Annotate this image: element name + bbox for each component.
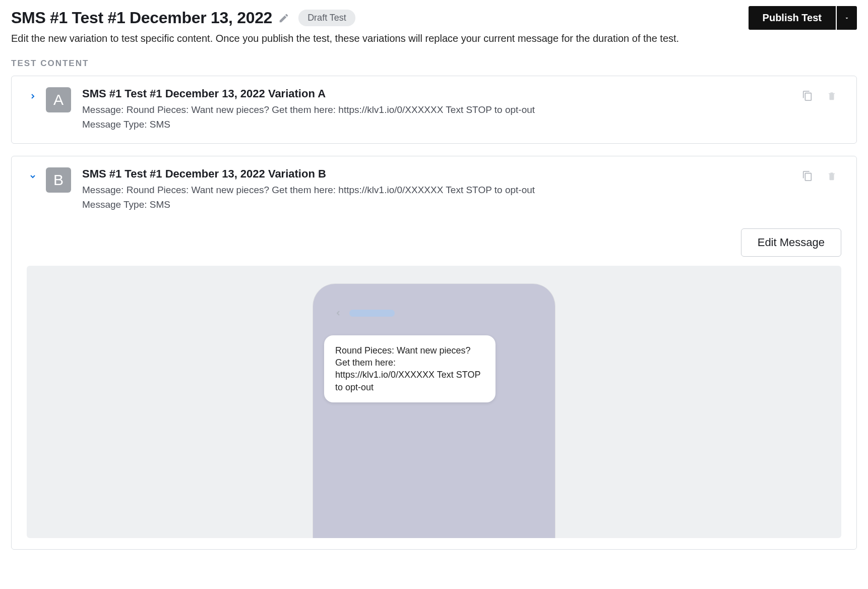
variation-type-line: Message Type: SMS [82, 197, 802, 212]
variation-title: SMS #1 Test #1 December 13, 2022 Variati… [82, 87, 802, 100]
trash-icon[interactable] [827, 90, 836, 101]
phone-topbar [324, 309, 544, 317]
publish-button-group: Publish Test [749, 6, 857, 30]
contact-pill [349, 310, 395, 317]
variation-title: SMS #1 Test #1 December 13, 2022 Variati… [82, 167, 802, 181]
variation-message-line: Message: Round Pieces: Want new pieces? … [82, 183, 802, 197]
page-title: SMS #1 Test #1 December 13, 2022 [11, 9, 272, 27]
copy-icon[interactable] [802, 170, 813, 182]
message-label: Message: [82, 104, 127, 115]
chevron-right-icon[interactable] [27, 92, 39, 100]
type-value: SMS [150, 119, 170, 130]
section-label: TEST CONTENT [11, 58, 857, 69]
variation-card-a: A SMS #1 Test #1 December 13, 2022 Varia… [11, 76, 857, 144]
pencil-icon[interactable] [278, 13, 289, 24]
publish-button[interactable]: Publish Test [749, 6, 836, 30]
copy-icon[interactable] [802, 90, 813, 101]
edit-message-button[interactable]: Edit Message [741, 228, 841, 257]
phone-mockup: Round Pieces: Want new pieces? Get them … [313, 284, 555, 538]
caret-down-icon [844, 15, 850, 21]
publish-dropdown-button[interactable] [837, 6, 857, 30]
variation-info: SMS #1 Test #1 December 13, 2022 Variati… [82, 87, 802, 132]
sms-bubble: Round Pieces: Want new pieces? Get them … [324, 335, 495, 402]
type-label: Message Type: [82, 199, 150, 210]
variation-header: A SMS #1 Test #1 December 13, 2022 Varia… [27, 87, 841, 132]
variation-actions [802, 170, 836, 182]
variation-actions [802, 90, 836, 101]
chevron-down-icon[interactable] [27, 172, 39, 181]
edit-button-row: Edit Message [27, 228, 841, 257]
variation-message-line: Message: Round Pieces: Want new pieces? … [82, 102, 802, 117]
page-header: SMS #1 Test #1 December 13, 2022 Draft T… [11, 6, 857, 30]
message-text: Round Pieces: Want new pieces? Get them … [127, 104, 535, 115]
type-value: SMS [150, 199, 170, 210]
back-caret-icon [334, 309, 342, 317]
variation-letter-badge: B [46, 167, 71, 193]
variation-letter-badge: A [46, 87, 71, 112]
variation-card-b: B SMS #1 Test #1 December 13, 2022 Varia… [11, 156, 857, 550]
trash-icon[interactable] [827, 170, 836, 182]
variation-info: SMS #1 Test #1 December 13, 2022 Variati… [82, 167, 802, 212]
type-label: Message Type: [82, 119, 150, 130]
message-text: Round Pieces: Want new pieces? Get them … [127, 185, 535, 195]
sms-preview-area: Round Pieces: Want new pieces? Get them … [27, 266, 841, 538]
status-badge: Draft Test [298, 10, 355, 26]
page-description: Edit the new variation to test specific … [11, 33, 857, 44]
variation-type-line: Message Type: SMS [82, 117, 802, 132]
message-label: Message: [82, 185, 127, 195]
title-block: SMS #1 Test #1 December 13, 2022 Draft T… [11, 9, 355, 27]
variation-header: B SMS #1 Test #1 December 13, 2022 Varia… [27, 167, 841, 212]
